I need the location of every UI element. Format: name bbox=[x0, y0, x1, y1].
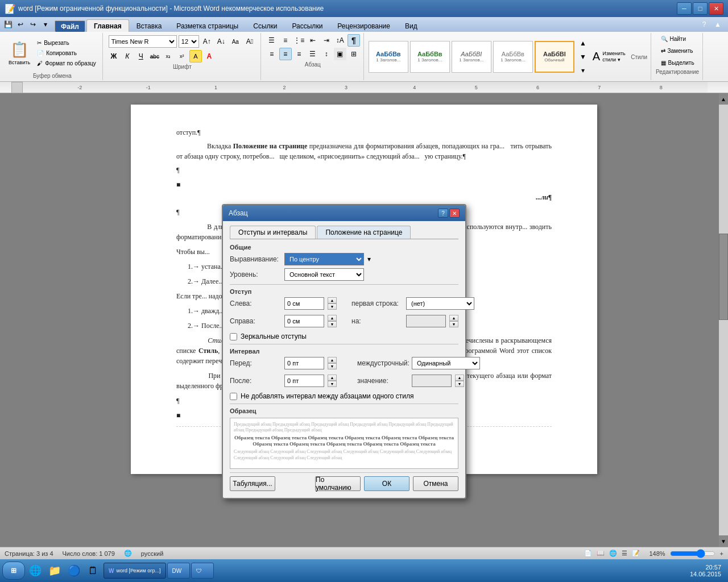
replace-button[interactable]: ⇄Заменить bbox=[658, 46, 696, 56]
increase-indent-button[interactable]: ⇥ bbox=[320, 34, 333, 47]
superscript-button[interactable]: x² bbox=[176, 50, 188, 63]
left-indent-up[interactable]: ▲ bbox=[328, 297, 337, 304]
right-indent-down[interactable]: ▼ bbox=[328, 321, 337, 327]
dialog-title-bar[interactable]: Абзац ? ✕ bbox=[223, 205, 465, 221]
taskbar-ie-button[interactable]: 🌐 bbox=[26, 562, 44, 580]
sort-button[interactable]: ↕A bbox=[334, 34, 346, 47]
before-up[interactable]: ▲ bbox=[328, 357, 337, 363]
view-web-icon[interactable]: 🌐 bbox=[609, 550, 617, 557]
right-indent-up[interactable]: ▲ bbox=[328, 315, 337, 321]
value-spin[interactable]: ▲ ▼ bbox=[455, 375, 464, 387]
font-name-select[interactable]: Times New R bbox=[109, 35, 177, 48]
tab-home[interactable]: Главная bbox=[86, 19, 129, 32]
paste-button[interactable]: 📋 Вставить bbox=[6, 39, 33, 67]
start-button[interactable]: ⊞ bbox=[2, 562, 25, 580]
minimize-ribbon-button[interactable]: ▲ bbox=[712, 19, 723, 30]
style-heading3[interactable]: АаБбВI 1 Заголов... bbox=[452, 41, 491, 73]
subscript-button[interactable]: x₂ bbox=[162, 50, 175, 63]
taskbar-chrome-button[interactable]: 🔵 bbox=[65, 562, 83, 580]
before-down[interactable]: ▼ bbox=[328, 363, 337, 369]
multilevel-button[interactable]: ⋮≡ bbox=[293, 34, 305, 47]
quick-undo-button[interactable]: ↩ bbox=[15, 19, 26, 30]
first-line-select[interactable]: (нет) bbox=[406, 297, 474, 310]
quick-menu-button[interactable]: ▾ bbox=[40, 19, 51, 30]
tab-insert[interactable]: Вставка bbox=[129, 19, 169, 32]
border-button[interactable]: ⊞ bbox=[348, 48, 360, 60]
default-button[interactable]: По умолчанию bbox=[315, 476, 361, 491]
tab-review[interactable]: Рецензирование bbox=[330, 19, 398, 32]
clear-format-button[interactable]: A⃝ bbox=[243, 35, 256, 48]
left-indent-down[interactable]: ▼ bbox=[328, 304, 337, 310]
view-normal-icon[interactable]: 📄 bbox=[584, 550, 592, 557]
minimize-button[interactable]: ─ bbox=[677, 2, 692, 15]
change-styles-button[interactable]: A Изменить стили ▾ bbox=[593, 50, 631, 63]
taskbar-word-button[interactable]: W word [Режим огр...] bbox=[104, 563, 166, 579]
after-input[interactable] bbox=[284, 375, 324, 387]
dialog-tab-indent[interactable]: Отступы и интервалы bbox=[230, 226, 316, 239]
line-spacing-select[interactable]: Одинарный bbox=[412, 357, 480, 369]
zoom-plus[interactable]: + bbox=[720, 550, 723, 557]
scrollbar-vertical[interactable]: ▲ ▼ bbox=[719, 93, 728, 547]
styles-more-button[interactable]: ▾ bbox=[577, 64, 589, 77]
tab-references[interactable]: Ссылки bbox=[246, 19, 284, 32]
left-indent-input[interactable] bbox=[284, 297, 324, 310]
align-center-button[interactable]: ≡ bbox=[279, 48, 292, 60]
on-down[interactable]: ▼ bbox=[449, 321, 458, 327]
help-button[interactable]: ? bbox=[698, 19, 710, 30]
on-input[interactable] bbox=[406, 315, 446, 327]
dialog-close-button[interactable]: ✕ bbox=[449, 209, 460, 218]
after-up[interactable]: ▲ bbox=[328, 375, 337, 381]
tab-layout[interactable]: Разметка страницы bbox=[169, 19, 246, 32]
right-indent-spin[interactable]: ▲ ▼ bbox=[328, 315, 337, 327]
before-input[interactable] bbox=[284, 357, 324, 369]
quick-save-button[interactable]: 💾 bbox=[2, 19, 14, 30]
after-spin[interactable]: ▲ ▼ bbox=[328, 375, 337, 387]
style-heading1[interactable]: АаБбВв 1 Заголов... bbox=[369, 41, 408, 73]
grow-font-button[interactable]: A↑ bbox=[201, 35, 213, 48]
alignment-select[interactable]: По центру bbox=[284, 253, 364, 265]
taskbar-notepad-button[interactable]: 🗒 bbox=[84, 562, 102, 580]
styles-down-button[interactable]: ▼ bbox=[577, 51, 589, 63]
view-reading-icon[interactable]: 📖 bbox=[597, 550, 605, 557]
on-up[interactable]: ▲ bbox=[449, 315, 458, 321]
view-outline-icon[interactable]: ☰ bbox=[622, 550, 627, 557]
highlight-button[interactable]: A bbox=[189, 50, 202, 63]
decrease-indent-button[interactable]: ⇤ bbox=[307, 34, 319, 47]
view-draft-icon[interactable]: 📝 bbox=[632, 550, 640, 557]
shrink-font-button[interactable]: A↓ bbox=[215, 35, 228, 48]
mirror-checkbox[interactable] bbox=[230, 333, 237, 340]
show-marks-button[interactable]: ¶ bbox=[348, 34, 360, 47]
value-up[interactable]: ▲ bbox=[455, 375, 464, 381]
numbering-button[interactable]: ≡ bbox=[279, 34, 292, 47]
bullets-button[interactable]: ☰ bbox=[266, 34, 278, 47]
find-button[interactable]: 🔍Найти bbox=[658, 34, 689, 44]
italic-button[interactable]: К bbox=[121, 50, 134, 63]
styles-up-button[interactable]: ▲ bbox=[577, 37, 589, 49]
align-right-button[interactable]: ≡ bbox=[293, 48, 305, 60]
justify-button[interactable]: ☰ bbox=[307, 48, 319, 60]
zoom-slider[interactable] bbox=[670, 549, 715, 558]
taskbar-av-button[interactable]: 🛡 bbox=[191, 563, 214, 579]
value-input[interactable] bbox=[412, 375, 452, 387]
align-left-button[interactable]: ≡ bbox=[266, 48, 278, 60]
strikethrough-button[interactable]: abc bbox=[148, 50, 161, 63]
tab-view[interactable]: Вид bbox=[398, 19, 425, 32]
taskbar-explorer-button[interactable]: 📁 bbox=[46, 562, 64, 580]
bold-button[interactable]: Ж bbox=[107, 50, 120, 63]
cut-button[interactable]: ✂Вырезать bbox=[34, 38, 99, 48]
format-painter-button[interactable]: 🖌Формат по образцу bbox=[34, 59, 99, 68]
dialog-tab-position[interactable]: Положение на странице bbox=[317, 226, 411, 239]
quick-redo-button[interactable]: ↪ bbox=[27, 19, 39, 30]
taskbar-dw-button[interactable]: DW bbox=[167, 563, 190, 579]
tabulation-button[interactable]: Табуляция... bbox=[230, 476, 275, 491]
dialog-help-button[interactable]: ? bbox=[438, 209, 448, 218]
shading-button[interactable]: ▣ bbox=[334, 48, 346, 60]
cancel-button[interactable]: Отмена bbox=[413, 476, 458, 491]
no-add-checkbox[interactable] bbox=[230, 393, 237, 400]
line-spacing-button[interactable]: ↕ bbox=[320, 48, 333, 60]
tab-file[interactable]: Файл bbox=[55, 20, 85, 32]
font-color-button[interactable]: A bbox=[203, 50, 216, 63]
style-heading4[interactable]: АаБбВв 1 Заголов... bbox=[493, 41, 533, 73]
underline-button[interactable]: Ч bbox=[135, 50, 147, 63]
after-down[interactable]: ▼ bbox=[328, 381, 337, 387]
